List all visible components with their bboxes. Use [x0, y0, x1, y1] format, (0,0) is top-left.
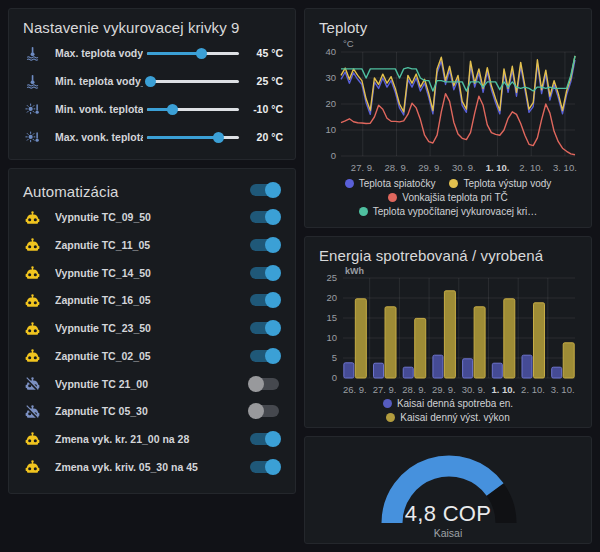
automation-row: Vypnutie TC_14_50: [21, 259, 283, 286]
x-tick-label: 28. 9.: [385, 162, 409, 173]
panel-title: Nastavenie vykurovacej krivky 9: [21, 17, 283, 36]
robot-icon: [25, 293, 47, 308]
legend-item[interactable]: Teplota výstup vody: [449, 178, 551, 189]
legend-dot: [345, 179, 354, 188]
gauge-value: 4,8 COP: [317, 501, 579, 527]
toggle-switch[interactable]: [250, 322, 279, 334]
y-tick-label: 10: [326, 332, 337, 343]
toggle-switch[interactable]: [250, 378, 279, 390]
min-water-temp-slider[interactable]: [147, 75, 239, 87]
slider-row: Min. vonk. teplota_T4H1 -10 °C: [21, 96, 283, 122]
y-tick-label: 20: [326, 292, 337, 303]
robot-off-icon: [25, 376, 47, 391]
bar-spotreba: [344, 363, 354, 378]
sun-thermometer-icon: [25, 130, 47, 145]
slider-thumb[interactable]: [167, 104, 178, 115]
robot-icon: [25, 459, 47, 474]
toggle-switch[interactable]: [250, 405, 279, 417]
automation-label: Zapnutie TC_02_05: [55, 350, 250, 362]
x-tick-label: 1. 10.: [486, 162, 510, 173]
toggle-switch[interactable]: [250, 294, 279, 306]
legend-item[interactable]: Kaisai denný výst. výkon: [386, 412, 510, 423]
y-tick-label: 25: [326, 272, 337, 283]
slider-thumb[interactable]: [196, 48, 207, 59]
y-tick-label: 30: [325, 72, 336, 83]
y-axis-unit: °C: [343, 38, 354, 49]
automation-row: Vypnutie TC_09_50: [21, 204, 283, 231]
water-thermometer-icon: [25, 74, 47, 89]
slider-thumb[interactable]: [145, 76, 156, 87]
automation-rows: Vypnutie TC_09_50 Zapnutie TC_11_05 Vypn…: [21, 203, 283, 481]
toggle-switch[interactable]: [250, 461, 279, 473]
automation-label: Zmena vyk. kriv. 05_30 na 45: [55, 461, 250, 473]
legend-label: Kaisai denná spotreba en.: [397, 398, 513, 409]
bar-spotreba: [552, 367, 562, 378]
energia-bar-chart[interactable]: 0510152025kWh26. 9.27. 9.28. 9.29. 9.30.…: [317, 266, 581, 396]
robot-icon: [25, 321, 47, 336]
toggle-switch[interactable]: [250, 211, 279, 223]
automation-row: Zapnutie TC_16_05: [21, 287, 283, 314]
panel-title: Teploty: [317, 17, 579, 36]
y-tick-label: 15: [326, 312, 337, 323]
legend-item[interactable]: Teplota vypočítanej vykurovacej kri…: [359, 206, 538, 217]
legend-item[interactable]: Vonkajšia teplota pri TČ: [388, 192, 507, 203]
min-outdoor-temp-slider[interactable]: [147, 103, 239, 115]
x-tick-label: 27. 9.: [351, 162, 375, 173]
robot-icon: [25, 210, 47, 225]
max-water-temp-slider[interactable]: [147, 47, 239, 59]
bar-spotreba: [374, 363, 384, 378]
robot-icon: [25, 348, 47, 363]
automation-label: Vypnutie TC_23_50: [55, 322, 250, 334]
slider-label: Max. vonk. teplota_T4H2: [55, 131, 143, 143]
y-tick-label: 0: [332, 372, 337, 383]
toggle-switch[interactable]: [250, 350, 279, 362]
y-tick-label: 40: [325, 46, 336, 57]
panel-title: Energia spotrebovaná / vyrobená: [317, 245, 579, 264]
slider-row: Max. teplota vody_T1SetH1 45 °C: [21, 40, 283, 66]
panel-heating-curve: Nastavenie vykurovacej krivky 9 Max. tep…: [8, 8, 296, 160]
legend-label: Kaisai denný výst. výkon: [400, 412, 510, 423]
gauge-label: Kaisai: [317, 527, 579, 539]
slider-value: 20 °C: [247, 131, 283, 143]
toggle-knob: [265, 320, 281, 336]
robot-icon: [25, 431, 47, 446]
slider-label: Max. teplota vody_T1SetH1: [55, 47, 143, 59]
left-column: Nastavenie vykurovacej krivky 9 Max. tep…: [8, 8, 296, 544]
x-tick-label: 29. 9.: [432, 384, 456, 395]
automation-label: Zapnutie TC 05_30: [55, 405, 250, 417]
toggle-knob: [265, 182, 281, 198]
toggle-knob: [265, 265, 281, 281]
bar-vykon: [444, 291, 455, 378]
x-tick-label: 3. 10.: [553, 162, 577, 173]
slider-thumb[interactable]: [213, 132, 224, 143]
x-tick-label: 27. 9.: [373, 384, 397, 395]
x-tick-label: 30. 9.: [462, 384, 486, 395]
sun-thermometer-icon: [25, 102, 47, 117]
y-tick-label: 10: [325, 124, 336, 135]
toggle-knob: [248, 403, 264, 419]
automation-header: Automatizácia: [21, 177, 283, 203]
teploty-line-chart[interactable]: 010203040°C27. 9.28. 9.29. 9.30. 9.1. 10…: [317, 38, 581, 176]
toggle-knob: [265, 431, 281, 447]
legend-label: Teplota výstup vody: [463, 178, 551, 189]
automation-label: Zmena vyk. kr. 21_00 na 28: [55, 433, 250, 445]
teploty-legend: Teplota spiatočkyTeplota výstup vodyVonk…: [317, 178, 579, 217]
line-series: [341, 94, 575, 155]
bar-vykon: [474, 307, 485, 378]
automation-master-toggle[interactable]: [250, 184, 279, 196]
max-outdoor-temp-slider[interactable]: [147, 131, 239, 143]
toggle-switch[interactable]: [250, 267, 279, 279]
slider-value: 25 °C: [247, 75, 283, 87]
toggle-switch[interactable]: [250, 433, 279, 445]
x-tick-label: 29. 9.: [418, 162, 442, 173]
robot-icon: [25, 265, 47, 280]
x-tick-label: 26. 9.: [343, 384, 367, 395]
bar-spotreba: [403, 367, 413, 378]
toggle-switch[interactable]: [250, 239, 279, 251]
legend-item[interactable]: Teplota spiatočky: [345, 178, 436, 189]
automation-row: Zapnutie TC 05_30: [21, 398, 283, 425]
y-tick-label: 0: [331, 150, 336, 161]
legend-item[interactable]: Kaisai denná spotreba en.: [383, 398, 513, 409]
dashboard: Nastavenie vykurovacej krivky 9 Max. tep…: [0, 0, 600, 552]
toggle-knob: [265, 209, 281, 225]
